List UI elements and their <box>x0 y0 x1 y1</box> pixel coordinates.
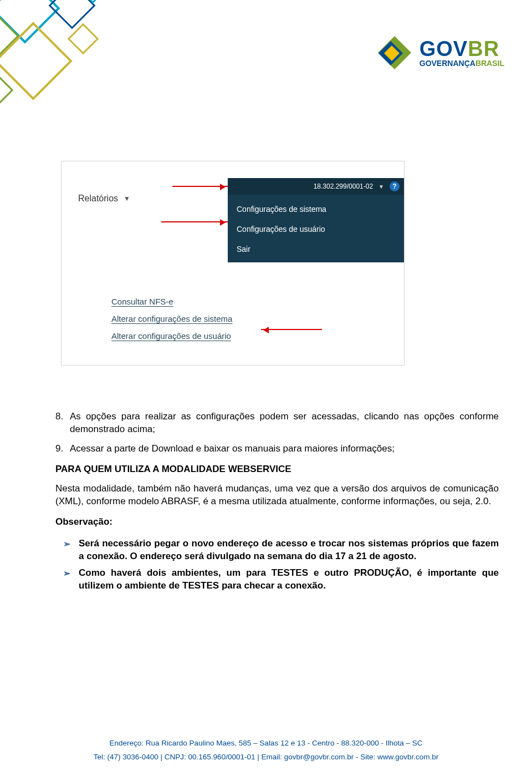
caret-down-icon: ▼ <box>378 184 384 190</box>
link-alterar-usuario[interactable]: Alterar configurações de usuário <box>111 331 404 341</box>
menu-item-config-usuario[interactable]: Configurações de usuário <box>228 219 405 239</box>
bullet-item: ➢ Como haverá dois ambientes, um para TE… <box>63 567 499 592</box>
menu-item-sair[interactable]: Sair <box>228 239 405 259</box>
menu-item-config-sistema[interactable]: Configurações de sistema <box>228 199 405 219</box>
link-consultar-nfse[interactable]: Consultar NFS-e <box>111 297 404 306</box>
observacao-label: Observação: <box>55 516 499 529</box>
help-icon[interactable]: ? <box>390 181 400 191</box>
page-footer: Endereço: Rua Ricardo Paulino Maes, 585 … <box>0 736 532 764</box>
paragraph: Nesta modalidade, também não haverá muda… <box>55 483 499 508</box>
bullet-text: Como haverá dois ambientes, um para TEST… <box>79 567 499 592</box>
section-heading: PARA QUEM UTILIZA A MODALIDADE WEBSERVIC… <box>55 463 499 476</box>
document-body: 8. As opções para realizar as configuraç… <box>55 410 499 597</box>
logo-gov: GOV <box>420 37 468 60</box>
embedded-screenshot: Relatórios ▼ 18.302.299/0001-02 ▼ ? Conf… <box>61 161 405 366</box>
list-item: 8. As opções para realizar as configuraç… <box>55 410 499 436</box>
relatorios-dropdown[interactable]: Relatórios ▼ <box>78 194 130 204</box>
footer-line1: Endereço: Rua Ricardo Paulino Maes, 585 … <box>0 736 532 750</box>
list-item: 9. Acessar a parte de Download e baixar … <box>55 443 499 455</box>
logo-text: GOVBR GOVERNANÇABRASIL <box>420 38 504 67</box>
list-num: 8. <box>55 410 70 436</box>
list-text: Acessar a parte de Download e baixar os … <box>70 443 395 455</box>
chevron-right-icon: ➢ <box>63 567 73 592</box>
bullet-text: Será necessário pegar o novo endereço de… <box>79 537 499 563</box>
footer-line2: Tel: (47) 3036-0400 | CNPJ: 00.165.960/0… <box>0 750 532 764</box>
user-menu-header[interactable]: 18.302.299/0001-02 ▼ ? <box>228 178 405 195</box>
logo-br: BR <box>468 37 499 60</box>
arrow-icon <box>161 221 228 222</box>
logo: GOVBR GOVERNANÇABRASIL <box>375 33 504 72</box>
decor-diamonds <box>0 0 144 144</box>
chevron-right-icon: ➢ <box>63 538 73 563</box>
user-cnpj: 18.302.299/0001-02 <box>314 182 373 190</box>
logo-sub-a: GOVERNANÇA <box>420 59 475 68</box>
user-menu-panel: 18.302.299/0001-02 ▼ ? Configurações de … <box>228 178 405 262</box>
arrow-icon <box>172 186 228 187</box>
bullet-item: ➢ Será necessário pegar o novo endereço … <box>63 537 499 563</box>
relatorios-label: Relatórios <box>78 194 118 204</box>
list-num: 9. <box>55 443 70 455</box>
arrow-icon <box>261 329 322 330</box>
caret-down-icon: ▼ <box>124 195 130 202</box>
list-text: As opções para realizar as configurações… <box>70 410 499 436</box>
logo-sub-b: BRASIL <box>475 59 504 68</box>
link-alterar-sistema[interactable]: Alterar configurações de sistema <box>111 314 404 323</box>
logo-mark-icon <box>375 33 414 72</box>
